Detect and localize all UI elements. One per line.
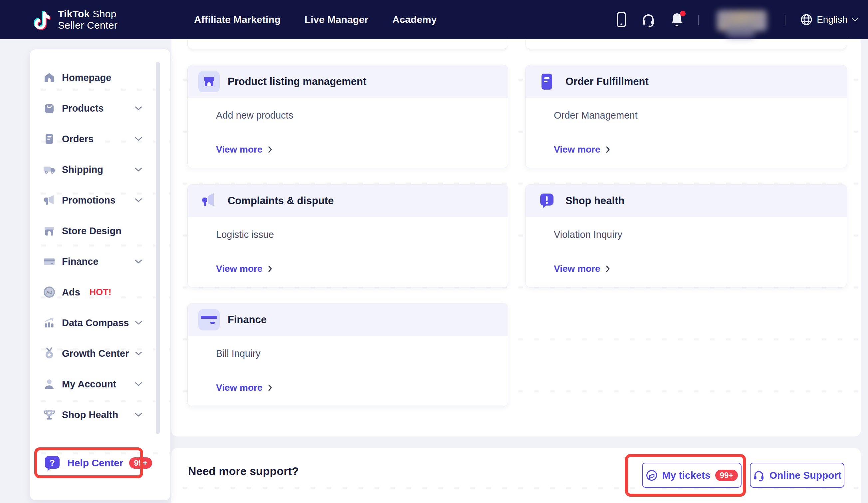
- sidebar-item-store-design[interactable]: Store Design: [43, 219, 143, 242]
- help-center-badge: 99+: [129, 457, 152, 469]
- chevron-right-icon: [606, 146, 610, 153]
- view-more-link[interactable]: View more: [216, 144, 495, 155]
- sidebar-item-products[interactable]: Products: [43, 97, 143, 120]
- product-listing-icon: [198, 71, 220, 92]
- divider: [785, 15, 785, 25]
- cutoff-card: [525, 39, 847, 49]
- sidebar-item-promotions[interactable]: Promotions: [43, 189, 143, 212]
- chevron-down-icon: [134, 137, 143, 141]
- link-order-management[interactable]: Order Management: [554, 110, 637, 121]
- chevron-down-icon: [851, 17, 859, 22]
- card-finance: Finance Bill Inquiry View more: [187, 303, 508, 406]
- sidebar-menu: Homepage Products Orders Shipping Promot…: [30, 49, 170, 426]
- sidebar-item-homepage[interactable]: Homepage: [43, 66, 143, 89]
- chevron-down-icon: [134, 382, 143, 386]
- view-more-link[interactable]: View more: [554, 144, 834, 155]
- blurred-account-name[interactable]: [714, 8, 770, 32]
- sidebar-item-ads[interactable]: AD Ads HOT!: [43, 281, 143, 304]
- tickets-badge: 99+: [715, 470, 738, 481]
- card-order-fulfillment: Order Fulfillment Order Management View …: [525, 65, 847, 168]
- online-support-button[interactable]: Online Support: [750, 463, 844, 488]
- complaints-megaphone-icon: [198, 190, 220, 212]
- nav-live-manager[interactable]: Live Manager: [304, 14, 369, 25]
- card-complaints-dispute: Complaints & dispute Logistic issue View…: [187, 184, 508, 288]
- card-title: Finance: [228, 314, 267, 326]
- language-label: English: [817, 14, 847, 25]
- megaphone-icon: [43, 193, 56, 207]
- view-more-link[interactable]: View more: [216, 382, 495, 393]
- nav-affiliate-marketing[interactable]: Affiliate Marketing: [194, 14, 281, 25]
- headset-icon: [753, 469, 765, 481]
- my-tickets-button[interactable]: My tickets 99+: [642, 463, 742, 488]
- card-header: Finance: [188, 303, 508, 336]
- cutoff-card: [187, 39, 508, 49]
- sidebar-item-shop-health[interactable]: Shop Health: [43, 403, 143, 426]
- chevron-down-icon: [134, 198, 143, 202]
- chevron-right-icon: [268, 265, 272, 272]
- chevron-down-icon: [134, 412, 143, 417]
- ticket-icon: [646, 469, 658, 481]
- bar-chart-icon: [43, 316, 56, 330]
- link-add-new-products[interactable]: Add new products: [216, 110, 293, 121]
- top-nav: Affiliate Marketing Live Manager Academy: [194, 14, 437, 25]
- tiktok-note-icon: [32, 8, 53, 32]
- order-fulfillment-icon: [536, 71, 557, 92]
- notification-bell-icon[interactable]: [670, 12, 684, 27]
- support-bar: Need more support? My tickets 99+ Online…: [172, 448, 861, 503]
- nav-academy[interactable]: Academy: [392, 14, 437, 25]
- ad-circle-icon: AD: [43, 285, 56, 299]
- language-selector[interactable]: English: [800, 13, 859, 26]
- trophy-icon: [43, 408, 56, 421]
- card-header: Complaints & dispute: [188, 184, 508, 217]
- view-more-link[interactable]: View more: [554, 263, 834, 274]
- shopping-bag-icon: [43, 102, 56, 115]
- sidebar-item-growth-center[interactable]: Growth Center: [43, 342, 143, 365]
- home-icon: [43, 71, 56, 84]
- chevron-down-icon: [135, 351, 143, 356]
- tiktok-shop-logo[interactable]: TikTok Shop Seller Center: [32, 8, 117, 32]
- notification-dot: [680, 11, 685, 16]
- card-shop-health: Shop health Violation Inquiry View more: [525, 184, 847, 288]
- sidebar: Homepage Products Orders Shipping Promot…: [30, 49, 170, 500]
- sidebar-item-help-center[interactable]: ? Help Center 99+: [43, 454, 152, 472]
- card-title: Complaints & dispute: [228, 195, 334, 207]
- card-title: Product listing management: [228, 76, 366, 88]
- chevron-right-icon: [606, 265, 610, 272]
- truck-icon: [43, 163, 56, 176]
- credit-card-icon: [43, 255, 56, 268]
- mobile-app-icon[interactable]: [617, 12, 626, 28]
- shop-health-alert-icon: [536, 190, 557, 212]
- sidebar-item-my-account[interactable]: My Account: [43, 372, 143, 396]
- card-header: Order Fulfillment: [526, 65, 847, 98]
- view-more-link[interactable]: View more: [216, 263, 495, 274]
- sidebar-item-shipping[interactable]: Shipping: [43, 158, 143, 181]
- chevron-right-icon: [268, 384, 272, 391]
- logo-text: TikTok Shop Seller Center: [58, 8, 117, 31]
- link-bill-inquiry[interactable]: Bill Inquiry: [216, 348, 261, 359]
- card-title: Shop health: [566, 195, 624, 207]
- sidebar-item-finance[interactable]: Finance: [43, 250, 143, 273]
- chevron-down-icon: [134, 106, 143, 111]
- medal-icon: [43, 347, 56, 360]
- svg-text:AD: AD: [46, 290, 52, 295]
- person-icon: [43, 378, 56, 391]
- chevron-down-icon: [135, 321, 143, 325]
- card-title: Order Fulfillment: [566, 76, 649, 88]
- chevron-right-icon: [268, 146, 272, 153]
- sidebar-scrollbar[interactable]: [156, 62, 160, 434]
- chevron-down-icon: [134, 167, 143, 172]
- sidebar-item-orders[interactable]: Orders: [43, 127, 143, 151]
- card-body: Order Management View more: [526, 98, 847, 155]
- main-content: Product listing management Add new produ…: [172, 39, 861, 436]
- finance-card-icon: [198, 309, 220, 330]
- globe-icon: [800, 13, 813, 26]
- headset-icon[interactable]: [641, 12, 656, 27]
- link-logistic-issue[interactable]: Logistic issue: [216, 229, 274, 240]
- card-product-listing-management: Product listing management Add new produ…: [187, 65, 508, 168]
- order-document-icon: [43, 132, 56, 145]
- link-violation-inquiry[interactable]: Violation Inquiry: [554, 229, 622, 240]
- sidebar-item-data-compass[interactable]: Data Compass: [43, 311, 143, 334]
- card-header: Product listing management: [188, 65, 508, 98]
- card-body: Add new products View more: [188, 98, 508, 155]
- header-actions: English: [617, 8, 868, 32]
